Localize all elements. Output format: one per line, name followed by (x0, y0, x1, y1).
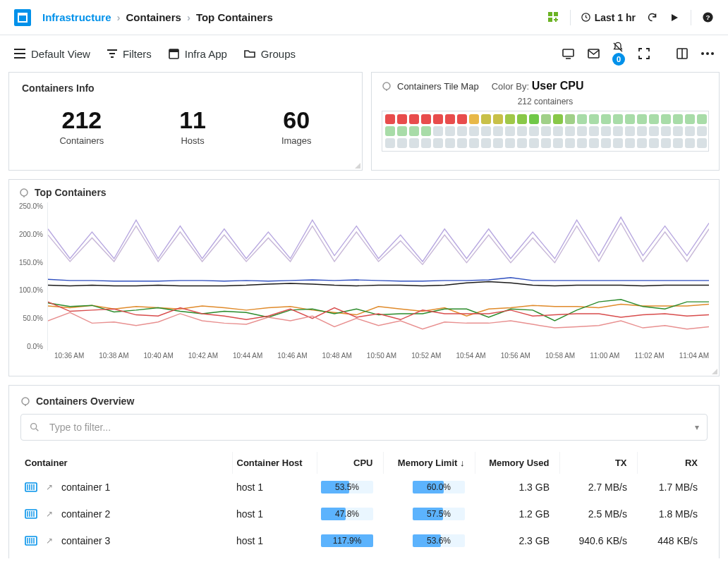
col-host[interactable]: Container Host (232, 452, 317, 474)
tile[interactable] (445, 126, 455, 136)
tile[interactable] (649, 138, 659, 148)
tile[interactable] (529, 138, 539, 148)
infra-app-button[interactable]: Infra App (169, 48, 227, 60)
tile[interactable] (469, 138, 479, 148)
tile[interactable] (481, 138, 491, 148)
tile[interactable] (505, 126, 515, 136)
tile[interactable] (397, 138, 407, 148)
col-rx[interactable]: RX (637, 452, 708, 474)
add-widget-icon[interactable] (547, 11, 560, 24)
tile[interactable] (589, 114, 599, 124)
breadcrumb-infrastructure[interactable]: Infrastructure (42, 11, 111, 23)
col-memory-used[interactable]: Memory Used (475, 452, 559, 474)
tile[interactable] (457, 114, 467, 124)
tile[interactable] (385, 114, 395, 124)
filters-button[interactable]: Filters (107, 48, 152, 60)
layout-icon[interactable] (676, 47, 688, 60)
tile[interactable] (433, 114, 443, 124)
brand-icon[interactable] (14, 9, 31, 26)
external-link-icon[interactable]: ↗ (46, 482, 53, 492)
tile[interactable] (613, 114, 623, 124)
tile[interactable] (409, 114, 419, 124)
tile[interactable] (637, 126, 647, 136)
col-memory-limit[interactable]: Memory Limit (383, 452, 475, 474)
tile[interactable] (673, 138, 683, 148)
col-container[interactable]: Container (20, 452, 232, 474)
tile[interactable] (589, 138, 599, 148)
tile[interactable] (481, 126, 491, 136)
filter-input[interactable] (20, 414, 708, 441)
tile[interactable] (529, 126, 539, 136)
tile[interactable] (385, 126, 395, 136)
tile-grid[interactable] (382, 111, 709, 152)
tile[interactable] (433, 126, 443, 136)
tile[interactable] (649, 114, 659, 124)
tile[interactable] (625, 126, 635, 136)
tile[interactable] (541, 138, 551, 148)
external-link-icon[interactable]: ↗ (46, 509, 53, 519)
tile[interactable] (469, 114, 479, 124)
tile[interactable] (673, 126, 683, 136)
tile[interactable] (613, 138, 623, 148)
tile[interactable] (433, 138, 443, 148)
tile[interactable] (493, 114, 503, 124)
col-cpu[interactable]: CPU (317, 452, 383, 474)
col-tx[interactable]: TX (559, 452, 637, 474)
tile[interactable] (397, 114, 407, 124)
tile[interactable] (541, 126, 551, 136)
tile[interactable] (697, 126, 707, 136)
tile[interactable] (685, 114, 695, 124)
tile[interactable] (493, 138, 503, 148)
more-icon[interactable] (701, 47, 714, 60)
color-by[interactable]: Color By: User CPU (492, 80, 584, 92)
tile[interactable] (493, 126, 503, 136)
tile[interactable] (541, 114, 551, 124)
tile[interactable] (625, 114, 635, 124)
tile[interactable] (649, 126, 659, 136)
tile[interactable] (481, 114, 491, 124)
tile[interactable] (625, 138, 635, 148)
play-icon[interactable] (668, 11, 681, 24)
tile[interactable] (697, 138, 707, 148)
tile[interactable] (565, 126, 575, 136)
mail-icon[interactable] (587, 47, 600, 60)
tile[interactable] (673, 114, 683, 124)
tile[interactable] (397, 126, 407, 136)
tile[interactable] (517, 138, 527, 148)
tile[interactable] (445, 114, 455, 124)
tile[interactable] (505, 114, 515, 124)
tile[interactable] (517, 114, 527, 124)
tile[interactable] (421, 138, 431, 148)
tile[interactable] (577, 114, 587, 124)
tile[interactable] (457, 126, 467, 136)
tile[interactable] (565, 114, 575, 124)
table-row[interactable]: ↗container 2host 147.8%57.5%1.2 GB2.5 MB… (20, 501, 708, 527)
tile[interactable] (469, 126, 479, 136)
tile[interactable] (505, 138, 515, 148)
help-icon[interactable]: ? (701, 11, 714, 24)
tile[interactable] (553, 138, 563, 148)
chart-area[interactable] (47, 202, 709, 350)
resize-handle[interactable] (712, 369, 717, 374)
breadcrumb-containers[interactable]: Containers (126, 11, 181, 23)
fullscreen-icon[interactable] (638, 47, 650, 60)
tile[interactable] (553, 126, 563, 136)
tile[interactable] (421, 126, 431, 136)
refresh-icon[interactable] (645, 11, 658, 24)
table-row[interactable]: ↗container 3host 1117.9%53.6%2.3 GB940.6… (20, 527, 708, 554)
tile[interactable] (661, 138, 671, 148)
tile[interactable] (385, 138, 395, 148)
tile[interactable] (637, 114, 647, 124)
tile[interactable] (589, 126, 599, 136)
tile[interactable] (553, 114, 563, 124)
tile[interactable] (685, 138, 695, 148)
tile[interactable] (685, 126, 695, 136)
tile[interactable] (409, 126, 419, 136)
tile[interactable] (697, 114, 707, 124)
tile[interactable] (637, 138, 647, 148)
tile[interactable] (445, 138, 455, 148)
tile[interactable] (661, 126, 671, 136)
tile[interactable] (529, 114, 539, 124)
table-row[interactable]: ↗container 1host 153.5%60.0%1.3 GB2.7 MB… (20, 474, 708, 501)
tile[interactable] (577, 138, 587, 148)
